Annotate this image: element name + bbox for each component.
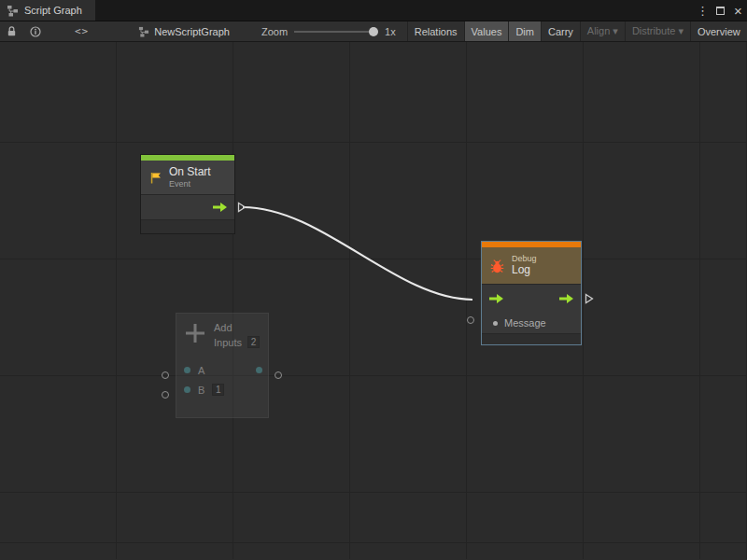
align-button[interactable]: Align ▾ (580, 21, 625, 41)
input-b-value-field[interactable]: 1 (212, 384, 224, 396)
window-menu-button[interactable]: ⋮ (694, 0, 712, 21)
input-b-port-dot (184, 386, 190, 393)
add-input-a-row[interactable]: A (176, 360, 268, 380)
node-on-start[interactable]: On Start Event (140, 154, 235, 234)
plus-icon (184, 322, 206, 344)
debug-message-row[interactable]: Message (482, 313, 581, 333)
message-input-port[interactable] (467, 316, 474, 324)
on-start-title: On Start (169, 166, 211, 179)
add-output-port-dot (256, 367, 262, 373)
add-output-port[interactable] (275, 371, 282, 379)
add-inputs-count-field[interactable]: 2 (247, 336, 260, 348)
zoom-slider[interactable] (294, 26, 378, 37)
add-input-a-port[interactable] (162, 371, 169, 379)
on-start-subtitle: Event (169, 179, 211, 189)
add-port-rows: A B 1 (176, 360, 268, 399)
tab-script-graph[interactable]: Script Graph (0, 0, 95, 21)
node-add-ghost[interactable]: Add Inputs 2 A B 1 (176, 313, 269, 418)
distribute-button[interactable]: Distribute ▾ (625, 21, 690, 41)
node-debug-log[interactable]: Debug Log Message (481, 241, 582, 345)
graph-name-label: NewScriptGraph (154, 26, 230, 37)
add-input-b-row[interactable]: B 1 (176, 380, 268, 399)
on-start-header: On Start Event (141, 161, 234, 194)
titlebar-spacer (95, 0, 694, 21)
overview-button[interactable]: Overview (690, 21, 747, 41)
zoom-control: Zoom 1x (261, 26, 396, 37)
message-port-dot (493, 321, 498, 326)
values-button[interactable]: Values (464, 21, 509, 41)
bug-icon (489, 258, 505, 273)
toolbar-button-row: Relations Values Dim Carry Align ▾ Distr… (407, 21, 747, 41)
add-header: Add Inputs 2 (176, 314, 268, 348)
input-a-port-dot (184, 367, 190, 373)
close-icon: × (734, 4, 742, 18)
carry-button[interactable]: Carry (541, 21, 580, 41)
graph-asset-icon (138, 26, 149, 37)
on-start-footer (141, 219, 234, 233)
debug-title: Log (512, 264, 537, 277)
zoom-slider-track (294, 31, 374, 33)
zoom-label: Zoom (261, 26, 288, 37)
window-maximize-button[interactable] (712, 0, 729, 21)
maximize-icon (716, 7, 725, 15)
window-titlebar: Script Graph ⋮ × (0, 0, 747, 21)
kebab-menu-icon: ⋮ (697, 5, 709, 17)
graph-canvas[interactable]: On Start Event Debug Log (0, 42, 747, 559)
info-icon (30, 26, 41, 37)
zoom-slider-knob[interactable] (369, 27, 378, 36)
debug-header: Debug Log (482, 247, 581, 284)
tab-title: Script Graph (24, 5, 82, 16)
on-start-control-row (141, 194, 234, 219)
add-input-b-port[interactable] (162, 391, 169, 399)
control-output-arrow-icon[interactable] (559, 294, 573, 303)
add-node-content: Add Inputs 2 A B 1 (176, 314, 268, 417)
debug-control-row (482, 284, 581, 313)
lock-icon (7, 25, 17, 37)
graph-breadcrumb[interactable]: NewScriptGraph (131, 26, 237, 37)
input-a-label: A (198, 365, 204, 376)
debug-control-output-port[interactable] (585, 293, 594, 304)
add-title: Add (214, 322, 260, 333)
control-output-arrow-icon[interactable] (213, 203, 227, 212)
zoom-value: 1x (385, 26, 396, 37)
connection-wire (0, 42, 747, 559)
window-close-button[interactable]: × (729, 0, 747, 21)
flag-icon (148, 171, 162, 185)
code-icon: <> (75, 25, 89, 37)
add-inputs-label: Inputs (214, 337, 242, 348)
dim-button[interactable]: Dim (508, 21, 541, 41)
lock-button[interactable] (0, 21, 23, 41)
message-label: Message (504, 317, 546, 329)
edit-source-button[interactable]: <> (68, 21, 95, 41)
graph-toolbar: <> NewScriptGraph Zoom 1x Relations Valu… (0, 21, 747, 42)
input-b-label: B (198, 385, 204, 396)
control-output-port[interactable] (237, 202, 247, 213)
script-graph-icon (7, 5, 19, 17)
control-input-arrow-icon[interactable] (489, 294, 503, 303)
debug-footer (482, 333, 581, 344)
info-button[interactable] (23, 21, 48, 41)
relations-button[interactable]: Relations (407, 21, 464, 41)
